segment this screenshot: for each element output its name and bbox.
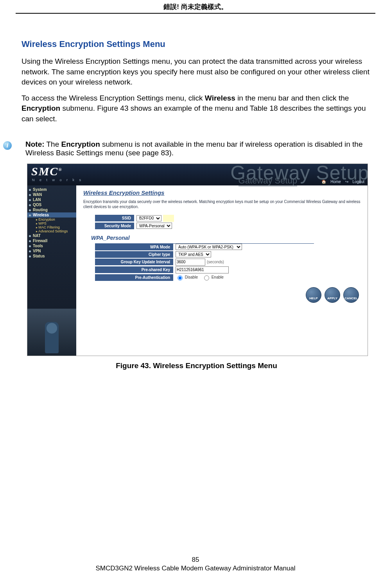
nav-nat[interactable]: NAT (27, 233, 76, 238)
paragraph-access: To access the Wireless Encryption Settin… (22, 93, 371, 124)
apply-button[interactable]: APPLY (325, 287, 340, 303)
row-ssid: SSID B2FFD0 (83, 215, 361, 222)
cipher-select[interactable]: TKIP and AES (176, 251, 211, 257)
person-silhouette (45, 322, 59, 353)
main-panel: Wireless Encryption Settings Encryption … (76, 185, 368, 356)
psk-input[interactable] (176, 266, 229, 273)
wpa-personal-subhead: WPA_Personal (91, 235, 361, 241)
row-psk: Pre-shared Key (95, 266, 314, 273)
nav-wps[interactable]: WPS (27, 221, 76, 225)
label-preauth: Pre-Authentication (95, 274, 173, 281)
highlight-icon (163, 215, 174, 222)
group-key-unit: (seconds) (207, 260, 224, 264)
logout-link[interactable]: ↪ Logout (345, 180, 364, 184)
nav-status[interactable]: Status (27, 254, 76, 259)
wpa-settings-block: WPA Mode Auto (WPA-PSK or WPA2-PSK) Ciph… (95, 243, 314, 281)
nav-routing[interactable]: Routing (27, 207, 76, 212)
ssid-select[interactable]: B2FFD0 (136, 215, 161, 221)
group-key-input[interactable] (176, 259, 205, 266)
nav-encryption[interactable]: Encryption (27, 218, 76, 221)
nav-mac-filtering[interactable]: MAC Filtering (27, 225, 76, 229)
nav-lan[interactable]: LAN (27, 197, 76, 202)
note-block: i Note: The Encryption submenu is not av… (22, 140, 371, 157)
nav-firewall[interactable]: Firewall (27, 238, 76, 243)
smc-logo: SMC® (31, 165, 63, 178)
para2-a: To access the Wireless Encryption Settin… (22, 94, 205, 102)
ss-topbar: SMC® N e t w o r k s Gateway Setup Gatew… (27, 164, 368, 185)
security-mode-select[interactable]: WPA-Personal (136, 223, 172, 229)
sidebar-decorative-image (27, 309, 76, 356)
nav-wan[interactable]: WAN (27, 192, 76, 197)
nav-system[interactable]: System (27, 187, 76, 192)
para2-e: submenu. Figure 43 shows an example of t… (22, 104, 366, 123)
sidebar-nav: System WAN LAN QOS Routing Wireless Encr… (27, 185, 76, 356)
note-bold: Encryption (61, 140, 100, 148)
panel-title: Wireless Encryption Settings (83, 189, 361, 196)
page-body: Wireless Encryption Settings Menu Using … (0, 14, 391, 370)
row-group-key: Group Key Update Interval (seconds) (95, 259, 314, 266)
note-text: Note: The Encryption submenu is not avai… (25, 140, 371, 157)
note-label: Note: (25, 140, 45, 148)
label-psk: Pre-shared Key (95, 266, 173, 273)
para2-bold-encryption: Encryption (22, 104, 60, 112)
row-wpa-mode: WPA Mode Auto (WPA-PSK or WPA2-PSK) (95, 244, 314, 250)
embedded-screenshot: SMC® N e t w o r k s Gateway Setup Gatew… (27, 164, 368, 356)
wpa-mode-select[interactable]: Auto (WPA-PSK or WPA2-PSK) (176, 244, 242, 250)
preauth-enable[interactable]: Enable (202, 274, 224, 281)
panel-intro: Encryption transmits your data securely … (83, 199, 361, 209)
manual-title: SMCD3GN2 Wireless Cable Modem Gateway Ad… (0, 565, 391, 572)
paragraph-intro: Using the Wireless Encryption Settings m… (22, 56, 371, 88)
label-cipher: Cipher type (95, 251, 173, 258)
action-buttons: HELP APPLY CANCEL (306, 287, 359, 303)
smc-logo-sub: N e t w o r k s (32, 178, 83, 182)
figure-caption: Figure 43. Wireless Encryption Settings … (22, 361, 371, 370)
preauth-enable-radio[interactable] (204, 275, 209, 281)
help-button[interactable]: HELP (306, 287, 321, 303)
label-group-key: Group Key Update Interval (95, 259, 173, 265)
row-cipher: Cipher type TKIP and AES (95, 251, 314, 258)
row-preauth: Pre-Authentication Disable Enable (95, 274, 314, 281)
page-footer: 85 SMCD3GN2 Wireless Cable Modem Gateway… (0, 556, 391, 572)
para2-bold-wireless: Wireless (205, 94, 235, 102)
label-wpa-mode: WPA Mode (95, 244, 173, 250)
row-security-mode: Security Mode WPA-Personal (83, 223, 361, 229)
label-ssid: SSID (95, 215, 134, 221)
nav-qos[interactable]: QOS (27, 202, 76, 207)
cancel-button[interactable]: CANCEL (343, 287, 359, 303)
note-a: The (45, 140, 61, 148)
preauth-disable-radio[interactable] (178, 275, 183, 281)
label-security-mode: Security Mode (95, 223, 134, 229)
top-toolbar: 🏠 Home ↪ Logout (318, 180, 364, 184)
preauth-disable[interactable]: Disable (176, 274, 198, 281)
info-icon: i (3, 141, 12, 150)
nav-wireless[interactable]: Wireless (27, 212, 76, 218)
page-header-error: 錯誤! 尚未定義樣式。 (0, 0, 391, 13)
page-number: 85 (0, 556, 391, 564)
nav-tools[interactable]: Tools (27, 243, 76, 248)
gateway-setup-label: Gateway Setup (239, 176, 297, 186)
section-title: Wireless Encryption Settings Menu (22, 39, 371, 49)
home-link[interactable]: 🏠 Home (321, 180, 341, 184)
nav-vpn[interactable]: VPN (27, 248, 76, 254)
para2-c: in the menu bar and then click the (235, 94, 349, 102)
nav-advanced-settings[interactable]: Advanced Settings (27, 229, 76, 233)
